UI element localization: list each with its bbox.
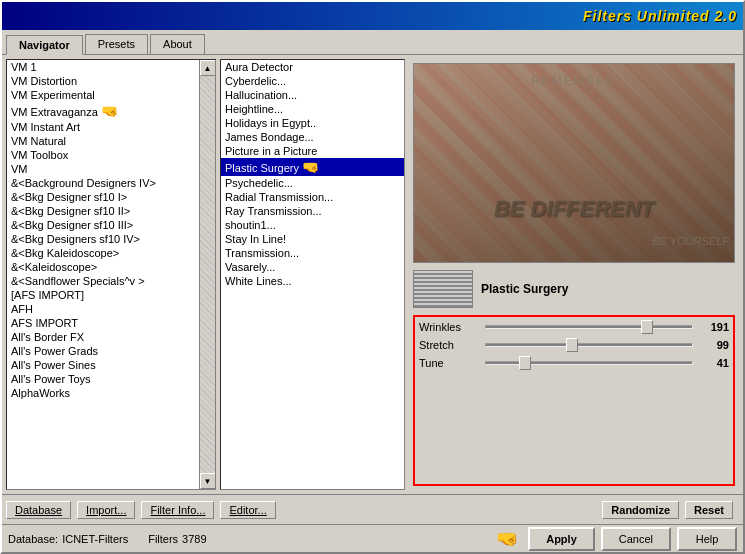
left-scrollbar[interactable]: ▲ ▼ <box>199 60 215 489</box>
tab-about[interactable]: About <box>150 34 205 54</box>
slider-row: Tune41 <box>419 357 729 369</box>
list-item[interactable]: &<Kaleidoscope> <box>7 260 199 274</box>
slider-label: Wrinkles <box>419 321 479 333</box>
filter-info-btn[interactable]: Filter Info... <box>141 501 214 519</box>
slider-value: 99 <box>699 339 729 351</box>
scroll-down-btn[interactable]: ▼ <box>200 473 216 489</box>
slider-thumb[interactable] <box>641 320 653 334</box>
list-item[interactable]: [AFS IMPORT] <box>7 288 199 302</box>
right-panel: REMEMBER BE DIFFERENT BE YOURSELF Plasti… <box>409 59 739 490</box>
slider-label: Stretch <box>419 339 479 351</box>
left-panel: VM 1VM DistortionVM ExperimentalVM Extra… <box>6 59 216 490</box>
list-item[interactable]: All's Power Sines <box>7 358 199 372</box>
bottom-toolbar: Database Import... Filter Info... Editor… <box>2 494 743 524</box>
filter-list-item[interactable]: James Bondage... <box>221 130 404 144</box>
list-item[interactable]: VM 1 <box>7 60 199 74</box>
list-item[interactable]: &<Bkg Designer sf10 II> <box>7 204 199 218</box>
tab-navigator[interactable]: Navigator <box>6 35 83 55</box>
list-item[interactable]: &<Bkg Designers sf10 IV> <box>7 232 199 246</box>
slider-row: Wrinkles191 <box>419 321 729 333</box>
tab-presets[interactable]: Presets <box>85 34 148 54</box>
filter-list-item[interactable]: Aura Detector <box>221 60 404 74</box>
slider-value: 41 <box>699 357 729 369</box>
slider-thumb[interactable] <box>566 338 578 352</box>
list-item[interactable]: &<Bkg Designer sf10 III> <box>7 218 199 232</box>
status-bar: Database: ICNET-Filters Filters 3789 🤜 A… <box>2 524 743 552</box>
database-value: ICNET-Filters <box>62 533 128 545</box>
preview-area: REMEMBER BE DIFFERENT BE YOURSELF <box>413 63 735 263</box>
filters-value: 3789 <box>182 533 206 545</box>
filter-list-item[interactable]: Vasarely... <box>221 260 404 274</box>
help-btn[interactable]: Help <box>677 527 737 551</box>
import-btn[interactable]: Import... <box>77 501 135 519</box>
list-item[interactable]: &<Bkg Designer sf10 I> <box>7 190 199 204</box>
category-list[interactable]: VM 1VM DistortionVM ExperimentalVM Extra… <box>7 60 199 489</box>
tabs-bar: Navigator Presets About <box>2 30 743 55</box>
list-item[interactable]: VM Toolbox <box>7 148 199 162</box>
list-item[interactable]: AlphaWorks <box>7 386 199 400</box>
filter-list-item[interactable]: Ray Transmission... <box>221 204 404 218</box>
list-item[interactable]: All's Border FX <box>7 330 199 344</box>
filter-list[interactable]: Aura DetectorCyberdelic...Hallucination.… <box>220 59 405 490</box>
filter-list-item[interactable]: Holidays in Egypt.. <box>221 116 404 130</box>
preview-image: REMEMBER BE DIFFERENT BE YOURSELF <box>414 64 734 262</box>
editor-btn[interactable]: Editor... <box>220 501 275 519</box>
preview-text-remember: REMEMBER <box>531 74 616 88</box>
preview-text-be-different: BE DIFFERENT <box>494 196 654 222</box>
scroll-up-btn[interactable]: ▲ <box>200 60 216 76</box>
filter-list-item[interactable]: White Lines... <box>221 274 404 288</box>
filter-list-item[interactable]: Plastic Surgery 🤜 <box>221 158 404 176</box>
list-item[interactable]: All's Power Toys <box>7 372 199 386</box>
filter-list-item[interactable]: Picture in a Picture <box>221 144 404 158</box>
list-item[interactable]: VM Distortion <box>7 74 199 88</box>
title-text: Filters Unlimited 2.0 <box>583 8 737 24</box>
main-window: Filters Unlimited 2.0 Navigator Presets … <box>0 0 745 554</box>
filter-list-item[interactable]: Stay In Line! <box>221 232 404 246</box>
list-item[interactable]: VM Experimental <box>7 88 199 102</box>
title-bar: Filters Unlimited 2.0 <box>2 2 743 30</box>
slider-value: 191 <box>699 321 729 333</box>
database-label: Database: <box>8 533 58 545</box>
scroll-track[interactable] <box>200 76 216 473</box>
slider-label: Tune <box>419 357 479 369</box>
filters-label: Filters <box>148 533 178 545</box>
list-item[interactable]: VM Instant Art <box>7 120 199 134</box>
preview-text-be-yourself: BE YOURSELF <box>652 235 729 247</box>
filter-list-item[interactable]: Transmission... <box>221 246 404 260</box>
slider-row: Stretch99 <box>419 339 729 351</box>
slider-thumb[interactable] <box>519 356 531 370</box>
reset-btn[interactable]: Reset <box>685 501 733 519</box>
filter-list-item[interactable]: Psychedelic... <box>221 176 404 190</box>
panel-container: VM 1VM DistortionVM ExperimentalVM Extra… <box>2 55 743 494</box>
slider-track[interactable] <box>485 361 693 365</box>
slider-track[interactable] <box>485 325 693 329</box>
filter-list-item[interactable]: Hallucination... <box>221 88 404 102</box>
sliders-area: Wrinkles191Stretch99Tune41 <box>413 315 735 486</box>
list-item[interactable]: &<Sandflower Specials^v > <box>7 274 199 288</box>
list-item[interactable]: All's Power Grads <box>7 344 199 358</box>
list-item[interactable]: &<Bkg Kaleidoscope> <box>7 246 199 260</box>
filter-list-item[interactable]: Radial Transmission... <box>221 190 404 204</box>
list-item[interactable]: VM <box>7 162 199 176</box>
list-item[interactable]: AFH <box>7 302 199 316</box>
list-item[interactable]: &<Background Designers IV> <box>7 176 199 190</box>
cancel-btn[interactable]: Cancel <box>601 527 671 551</box>
filter-list-item[interactable]: Heightline... <box>221 102 404 116</box>
list-item[interactable]: VM Extravaganza 🤜 <box>7 102 199 120</box>
hand-icon: 🤜 <box>496 528 518 550</box>
filter-thumbnail <box>413 270 473 308</box>
list-item[interactable]: VM Natural <box>7 134 199 148</box>
filter-name-display: Plastic Surgery <box>481 282 568 296</box>
filter-list-item[interactable]: shoutin1... <box>221 218 404 232</box>
randomize-btn[interactable]: Randomize <box>602 501 679 519</box>
list-item[interactable]: AFS IMPORT <box>7 316 199 330</box>
slider-track[interactable] <box>485 343 693 347</box>
apply-btn[interactable]: Apply <box>528 527 595 551</box>
filter-info-bar: Plastic Surgery <box>413 269 735 309</box>
filter-list-item[interactable]: Cyberdelic... <box>221 74 404 88</box>
database-btn[interactable]: Database <box>6 501 71 519</box>
